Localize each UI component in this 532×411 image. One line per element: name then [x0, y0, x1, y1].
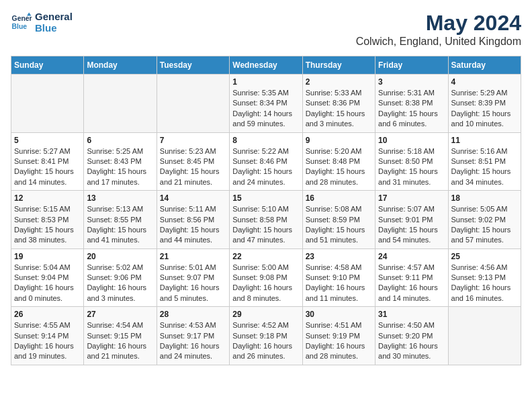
- sunrise-text: Sunrise: 4:52 AM: [232, 320, 299, 330]
- daylight-text: Daylight: 15 hours and 47 minutes.: [232, 225, 299, 246]
- daylight-text: Daylight: 16 hours and 26 minutes.: [232, 341, 299, 362]
- day-info: Sunrise: 5:22 AMSunset: 8:46 PMDaylight:…: [232, 146, 299, 188]
- daylight-text: Daylight: 15 hours and 44 minutes.: [160, 225, 226, 246]
- day-number: 14: [160, 193, 226, 203]
- daylight-text: Daylight: 15 hours and 51 minutes.: [306, 225, 372, 246]
- calendar-cell: 25Sunrise: 4:56 AMSunset: 9:13 PMDayligh…: [448, 248, 521, 307]
- sunrise-text: Sunrise: 4:57 AM: [378, 263, 445, 273]
- day-info: Sunrise: 5:31 AMSunset: 8:38 PMDaylight:…: [378, 88, 445, 130]
- sunset-text: Sunset: 9:19 PM: [306, 331, 372, 341]
- day-info: Sunrise: 5:29 AMSunset: 8:39 PMDaylight:…: [451, 88, 518, 130]
- month-title: May 2024: [356, 11, 521, 36]
- day-number: 9: [306, 136, 372, 145]
- sunrise-text: Sunrise: 5:05 AM: [451, 204, 518, 214]
- day-info: Sunrise: 5:23 AMSunset: 8:45 PMDaylight:…: [160, 146, 226, 188]
- day-number: 5: [14, 136, 81, 145]
- calendar-cell: 4Sunrise: 5:29 AMSunset: 8:39 PMDaylight…: [448, 75, 521, 133]
- sunrise-text: Sunrise: 5:25 AM: [87, 146, 153, 156]
- day-info: Sunrise: 5:16 AMSunset: 8:51 PMDaylight:…: [451, 146, 518, 188]
- calendar-cell: 1Sunrise: 5:35 AMSunset: 8:34 PMDaylight…: [230, 75, 302, 133]
- sunset-text: Sunset: 8:58 PM: [232, 215, 299, 225]
- day-info: Sunrise: 5:35 AMSunset: 8:34 PMDaylight:…: [232, 88, 299, 130]
- day-number: 27: [87, 310, 153, 319]
- sunset-text: Sunset: 8:41 PM: [14, 156, 81, 167]
- sunset-text: Sunset: 9:11 PM: [378, 273, 445, 283]
- day-number: 30: [306, 310, 372, 319]
- daylight-text: Daylight: 16 hours and 30 minutes.: [378, 341, 445, 362]
- calendar-cell: [11, 75, 84, 133]
- sunset-text: Sunset: 9:18 PM: [232, 331, 299, 341]
- sunrise-text: Sunrise: 4:50 AM: [378, 320, 445, 330]
- sunset-text: Sunset: 8:53 PM: [14, 215, 81, 225]
- sunset-text: Sunset: 9:20 PM: [378, 331, 445, 341]
- sunset-text: Sunset: 8:59 PM: [306, 215, 372, 225]
- calendar-cell: 9Sunrise: 5:20 AMSunset: 8:48 PMDaylight…: [302, 132, 375, 191]
- day-info: Sunrise: 5:15 AMSunset: 8:53 PMDaylight:…: [14, 204, 81, 246]
- daylight-text: Daylight: 15 hours and 34 minutes.: [451, 167, 518, 187]
- sunrise-text: Sunrise: 5:18 AM: [378, 146, 445, 156]
- day-number: 13: [87, 193, 153, 203]
- sunrise-text: Sunrise: 5:10 AM: [232, 204, 299, 214]
- calendar-cell: 14Sunrise: 5:11 AMSunset: 8:56 PMDayligh…: [157, 191, 229, 249]
- sunrise-text: Sunrise: 5:02 AM: [87, 263, 153, 273]
- calendar-cell: 23Sunrise: 4:58 AMSunset: 9:10 PMDayligh…: [302, 248, 375, 307]
- daylight-text: Daylight: 15 hours and 3 minutes.: [306, 109, 372, 130]
- sunrise-text: Sunrise: 5:33 AM: [306, 88, 372, 98]
- calendar-cell: 15Sunrise: 5:10 AMSunset: 8:58 PMDayligh…: [230, 191, 302, 249]
- sunrise-text: Sunrise: 5:22 AM: [232, 146, 299, 156]
- logo: General Blue General Blue: [11, 11, 73, 34]
- day-info: Sunrise: 5:05 AMSunset: 9:02 PMDaylight:…: [451, 204, 518, 246]
- day-number: 26: [14, 310, 81, 319]
- calendar-cell: 21Sunrise: 5:01 AMSunset: 9:07 PMDayligh…: [157, 248, 229, 307]
- sunset-text: Sunset: 9:13 PM: [451, 273, 518, 283]
- sunrise-text: Sunrise: 4:53 AM: [160, 320, 226, 330]
- day-info: Sunrise: 5:07 AMSunset: 9:01 PMDaylight:…: [378, 204, 445, 246]
- sunrise-text: Sunrise: 5:11 AM: [160, 204, 226, 214]
- daylight-text: Daylight: 15 hours and 28 minutes.: [306, 167, 372, 187]
- sunset-text: Sunset: 8:36 PM: [306, 98, 372, 108]
- sunrise-text: Sunrise: 4:51 AM: [306, 320, 372, 330]
- calendar-cell: 30Sunrise: 4:51 AMSunset: 9:19 PMDayligh…: [302, 307, 375, 365]
- calendar-cell: 26Sunrise: 4:55 AMSunset: 9:14 PMDayligh…: [11, 307, 84, 365]
- day-number: 25: [451, 252, 518, 261]
- calendar-cell: 11Sunrise: 5:16 AMSunset: 8:51 PMDayligh…: [448, 132, 521, 191]
- calendar-cell: 16Sunrise: 5:08 AMSunset: 8:59 PMDayligh…: [302, 191, 375, 249]
- sunset-text: Sunset: 9:14 PM: [14, 331, 81, 341]
- day-info: Sunrise: 4:53 AMSunset: 9:17 PMDaylight:…: [160, 320, 226, 362]
- calendar-cell: 28Sunrise: 4:53 AMSunset: 9:17 PMDayligh…: [157, 307, 229, 365]
- sunset-text: Sunset: 8:56 PM: [160, 215, 226, 225]
- day-number: 10: [378, 136, 445, 145]
- logo-line1: General: [35, 11, 73, 22]
- sunrise-text: Sunrise: 5:08 AM: [306, 204, 372, 214]
- col-header-sunday: Sunday: [11, 56, 84, 75]
- calendar-cell: 22Sunrise: 5:00 AMSunset: 9:08 PMDayligh…: [230, 248, 302, 307]
- day-number: 24: [378, 252, 445, 261]
- col-header-tuesday: Tuesday: [157, 56, 229, 75]
- sunrise-text: Sunrise: 4:55 AM: [14, 320, 81, 330]
- daylight-text: Daylight: 16 hours and 16 minutes.: [451, 283, 518, 304]
- sunset-text: Sunset: 8:51 PM: [451, 156, 518, 167]
- day-number: 21: [160, 252, 226, 261]
- svg-text:Blue: Blue: [12, 23, 28, 30]
- daylight-text: Daylight: 16 hours and 19 minutes.: [14, 341, 81, 362]
- daylight-text: Daylight: 16 hours and 28 minutes.: [306, 341, 372, 362]
- day-info: Sunrise: 5:20 AMSunset: 8:48 PMDaylight:…: [306, 146, 372, 188]
- day-info: Sunrise: 5:27 AMSunset: 8:41 PMDaylight:…: [14, 146, 81, 188]
- day-number: 20: [87, 252, 153, 261]
- day-info: Sunrise: 5:33 AMSunset: 8:36 PMDaylight:…: [306, 88, 372, 130]
- sunset-text: Sunset: 9:08 PM: [232, 273, 299, 283]
- calendar-cell: [157, 75, 229, 133]
- daylight-text: Daylight: 15 hours and 14 minutes.: [14, 167, 81, 187]
- location-title: Colwich, England, United Kingdom: [356, 36, 521, 48]
- sunset-text: Sunset: 8:46 PM: [232, 156, 299, 167]
- sunrise-text: Sunrise: 5:00 AM: [232, 263, 299, 273]
- sunrise-text: Sunrise: 5:15 AM: [14, 204, 81, 214]
- sunset-text: Sunset: 9:06 PM: [87, 273, 153, 283]
- day-number: 6: [87, 136, 153, 145]
- sunrise-text: Sunrise: 5:23 AM: [160, 146, 226, 156]
- daylight-text: Daylight: 15 hours and 24 minutes.: [232, 167, 299, 187]
- day-number: 15: [232, 193, 299, 203]
- sunset-text: Sunset: 8:48 PM: [306, 156, 372, 167]
- sunset-text: Sunset: 8:50 PM: [378, 156, 445, 167]
- daylight-text: Daylight: 16 hours and 5 minutes.: [160, 283, 226, 304]
